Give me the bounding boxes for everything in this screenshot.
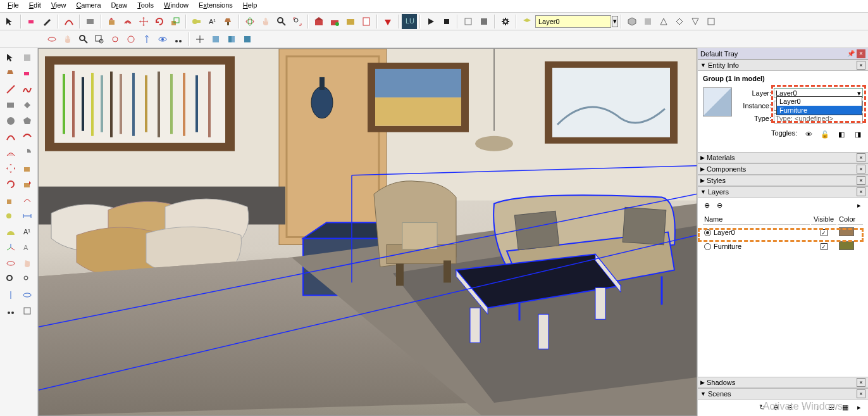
shadows-recv-icon[interactable]: ◨ — [853, 129, 863, 139]
add-layer-icon[interactable]: ⊕ — [702, 200, 712, 210]
offset-tool-icon[interactable] — [20, 193, 35, 207]
warehouse-icon[interactable] — [311, 14, 326, 29]
zoom-tool-icon[interactable] — [3, 272, 18, 286]
polygon-tool-icon[interactable] — [20, 114, 35, 128]
pan2-icon[interactable] — [60, 32, 75, 47]
freehand-icon[interactable] — [20, 82, 35, 96]
section-tool-icon[interactable] — [20, 304, 35, 318]
shadows-cast-icon[interactable]: ◧ — [836, 129, 846, 139]
zoom-window-icon[interactable] — [92, 32, 107, 47]
pie-icon[interactable] — [20, 146, 35, 160]
orbit-icon[interactable] — [242, 14, 257, 29]
orbit2-icon[interactable] — [44, 32, 59, 47]
menu-file[interactable]: File — [3, 0, 24, 12]
layer-dropdown-icon[interactable]: ▾ — [612, 16, 618, 27]
remove-layer-icon[interactable]: ⊖ — [714, 200, 724, 210]
stop-icon[interactable] — [439, 14, 454, 29]
menu-help[interactable]: Help — [238, 0, 263, 12]
layer-selector[interactable]: Layer0 — [535, 15, 611, 28]
ruby-icon[interactable] — [380, 14, 395, 29]
layer-row[interactable]: Furniture — [703, 240, 863, 253]
orbit-tool-icon[interactable] — [3, 256, 18, 270]
display-fills-icon[interactable] — [240, 32, 255, 47]
arc-tool-icon[interactable] — [3, 130, 18, 144]
color-swatch[interactable] — [839, 227, 854, 236]
scene-list-icon[interactable]: ☰ — [826, 402, 836, 412]
move-icon[interactable] — [136, 14, 151, 29]
layer-icon[interactable] — [519, 14, 535, 29]
close-section-icon[interactable]: × — [857, 61, 865, 70]
line-tool-icon[interactable] — [3, 82, 18, 96]
3pt-arc-icon[interactable] — [3, 146, 18, 160]
position-cam-icon[interactable] — [139, 32, 154, 47]
layers-menu-icon[interactable]: ▸ — [854, 200, 864, 210]
back-icon[interactable] — [688, 14, 703, 29]
right-icon[interactable] — [672, 14, 687, 29]
paint-icon[interactable] — [221, 14, 236, 29]
top-icon[interactable] — [640, 14, 655, 29]
rectangle-icon[interactable] — [83, 14, 98, 29]
layers-header[interactable]: ▼Layers× — [698, 186, 868, 198]
scene-add-icon[interactable]: ⊕ — [771, 402, 781, 412]
col-visible[interactable]: Visible — [811, 214, 836, 225]
menu-extensions[interactable]: Extensions — [194, 0, 238, 12]
menu-camera[interactable]: Camera — [71, 0, 106, 12]
tape-icon[interactable] — [189, 14, 204, 29]
layer-option-layer0[interactable]: Layer0 — [777, 97, 862, 106]
col-name[interactable]: Name — [703, 214, 810, 225]
close-materials-icon[interactable]: × — [857, 153, 865, 162]
tape-tool-icon[interactable] — [3, 209, 18, 223]
warehouse-share-icon[interactable] — [327, 14, 342, 29]
eraser-tool-icon[interactable] — [20, 66, 35, 80]
zoom2-icon[interactable] — [76, 32, 91, 47]
scene-menu-icon[interactable]: ▸ — [854, 402, 864, 412]
rotate-icon[interactable] — [152, 14, 167, 29]
2pt-arc-icon[interactable] — [20, 130, 35, 144]
move-tool-icon[interactable] — [3, 161, 18, 175]
materials-header[interactable]: ▶Materials× — [698, 152, 868, 163]
select-tool-icon[interactable] — [3, 51, 18, 65]
extension-warehouse-icon[interactable] — [343, 14, 358, 29]
scene-up-icon[interactable]: ↑ — [798, 402, 809, 412]
menu-edit[interactable]: Edit — [24, 0, 46, 12]
scene-thumb-icon[interactable]: ▦ — [840, 402, 850, 412]
shadows-header[interactable]: ▶Shadows× — [698, 377, 868, 388]
iso-icon[interactable] — [624, 14, 640, 29]
layer-row[interactable]: Layer0 — [703, 226, 863, 239]
play-icon[interactable] — [423, 14, 438, 29]
protractor-icon[interactable] — [3, 225, 18, 239]
visible-checkbox[interactable] — [821, 229, 828, 236]
pan-tool-icon[interactable] — [20, 256, 35, 270]
select-icon[interactable] — [3, 14, 18, 29]
close-tray-icon[interactable]: × — [857, 49, 865, 58]
rotated-rect-icon[interactable] — [20, 98, 35, 112]
arc-icon[interactable] — [61, 14, 77, 29]
close-scenes-icon[interactable]: × — [857, 389, 865, 398]
section-plane-icon[interactable] — [192, 32, 208, 47]
eraser-icon[interactable] — [24, 14, 39, 29]
text-icon[interactable]: A¹ — [205, 14, 220, 29]
rotate-tool-icon[interactable] — [3, 177, 18, 191]
layout-icon[interactable] — [359, 14, 374, 29]
scene-update-icon[interactable]: ↻ — [757, 402, 767, 412]
offset-icon[interactable] — [120, 14, 135, 29]
components-header[interactable]: ▶Components× — [698, 163, 868, 175]
zoom-extents-icon[interactable] — [290, 14, 305, 29]
material-thumbnail[interactable] — [703, 87, 732, 117]
radio-icon[interactable] — [704, 243, 711, 250]
zoom-icon[interactable] — [274, 14, 289, 29]
pencil-icon[interactable] — [40, 14, 55, 29]
close-styles-icon[interactable]: × — [857, 176, 865, 185]
text-tool-icon[interactable]: A¹ — [20, 225, 35, 239]
display-cuts-icon[interactable] — [224, 32, 239, 47]
zoom-ext-tool-icon[interactable] — [20, 272, 35, 286]
entity-info-header[interactable]: ▼ Entity Info × — [698, 60, 868, 71]
pushpull-icon[interactable] — [104, 14, 120, 29]
close-components-icon[interactable]: × — [857, 165, 865, 173]
dim-tool-icon[interactable] — [20, 209, 35, 223]
close-shadows-icon[interactable]: × — [857, 378, 865, 387]
scale-icon[interactable] — [168, 14, 183, 29]
front-icon[interactable] — [656, 14, 671, 29]
visible-checkbox[interactable] — [821, 243, 828, 250]
pin-icon[interactable]: 📌 — [846, 49, 855, 58]
